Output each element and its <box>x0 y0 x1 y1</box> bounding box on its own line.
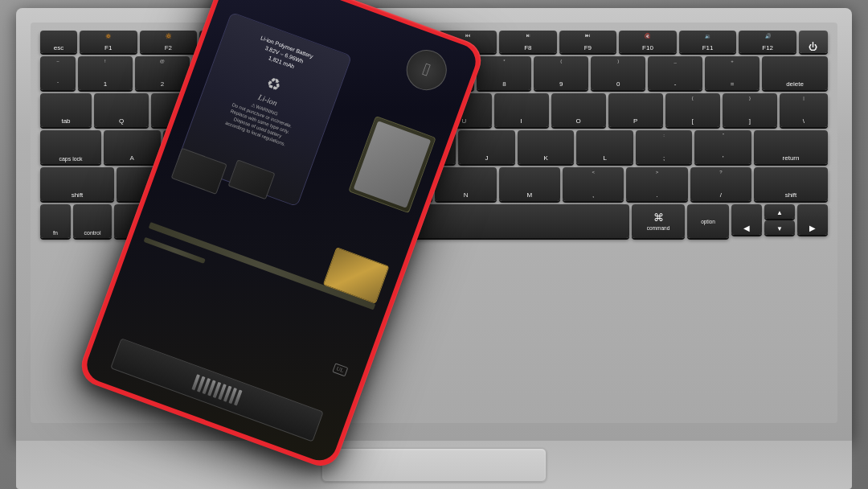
j-key[interactable]: J <box>458 130 515 164</box>
fn-key[interactable]: fn <box>40 204 71 238</box>
key-equals[interactable]: + = <box>705 56 760 90</box>
arrow-down-key[interactable]: ▼ <box>764 220 795 235</box>
option-key[interactable]: option <box>687 204 729 238</box>
l-key[interactable]: L <box>576 130 633 164</box>
f1-key[interactable]: 🔅 F1 <box>80 31 137 53</box>
command-key[interactable]: ⌘ command <box>632 204 685 238</box>
trackpad-area <box>16 441 852 489</box>
battery-warning-text: ⚠ WARNING Do not puncture or incinerate.… <box>224 97 295 148</box>
arrow-left-key[interactable]: ◀ <box>731 204 762 235</box>
main-scene: esc 🔅 F1 🔆 F2 ▦ F3 ⊟ <box>0 0 868 489</box>
a-key[interactable]: A <box>104 130 161 164</box>
comma-key[interactable]: < , <box>563 167 624 201</box>
q-key[interactable]: Q <box>94 93 149 127</box>
f9-key[interactable]: ⏭ F9 <box>559 31 617 53</box>
caps-lock-key[interactable]: caps lock <box>40 130 101 164</box>
key-0[interactable]: ) 0 <box>591 56 645 90</box>
key-1[interactable]: ! 1 <box>78 56 133 90</box>
sim-card-area <box>348 116 436 213</box>
m-key[interactable]: M <box>499 167 560 201</box>
delete-key[interactable]: delete <box>762 56 828 90</box>
bracket-open-key[interactable]: { [ <box>665 93 720 127</box>
arrow-right-key[interactable]: ▶ <box>797 204 828 235</box>
apple-logo-icon:  <box>420 59 433 80</box>
arrow-up-row: ◀ ▲ ▼ ▶ <box>731 204 828 235</box>
trackpad[interactable] <box>321 448 547 482</box>
backslash-key[interactable]: | \ <box>780 93 828 127</box>
i-key[interactable]: I <box>494 93 549 127</box>
control-key[interactable]: control <box>73 204 112 238</box>
right-shift-key[interactable]: shift <box>754 167 828 201</box>
esc-key[interactable]: esc <box>40 31 77 53</box>
bracket-close-key[interactable]: } ] <box>723 93 777 127</box>
arrow-key-group: ◀ ▲ ▼ ▶ <box>731 204 828 238</box>
tab-key[interactable]: tab <box>40 93 92 127</box>
arrow-ud-group: ▲ ▼ <box>764 204 795 235</box>
f8-key[interactable]: ⏯ F8 <box>499 31 557 53</box>
sim-card <box>354 121 432 208</box>
key-9[interactable]: ( 9 <box>534 56 588 90</box>
f2-key[interactable]: 🔆 F2 <box>140 31 198 53</box>
p-key[interactable]: P <box>608 93 663 127</box>
period-key[interactable]: > . <box>626 167 687 201</box>
recycle-icon: ♻ <box>261 72 286 97</box>
f10-key[interactable]: 🔇 F10 <box>619 31 677 53</box>
left-shift-key[interactable]: shift <box>40 167 114 201</box>
tilde-key[interactable]: ~ ` <box>40 56 76 90</box>
arrow-up-key[interactable]: ▲ <box>764 204 795 219</box>
ul-certification: UL <box>332 363 348 376</box>
apple-logo-area:  <box>401 44 452 96</box>
enter-key[interactable]: return <box>754 130 828 164</box>
o-key[interactable]: O <box>551 93 606 127</box>
k-key[interactable]: K <box>518 130 575 164</box>
semicolon-key[interactable]: : ; <box>636 130 693 164</box>
power-key[interactable]: ⏻ <box>799 31 828 53</box>
n-key[interactable]: N <box>435 167 496 201</box>
f12-key[interactable]: 🔊 F12 <box>739 31 796 53</box>
key-8[interactable]: * 8 <box>477 56 531 90</box>
slash-key[interactable]: ? / <box>690 167 751 201</box>
key-minus[interactable]: _ - <box>648 56 702 90</box>
f11-key[interactable]: 🔉 F11 <box>679 31 737 53</box>
key-2[interactable]: @ 2 <box>135 56 190 90</box>
quote-key[interactable]: " ' <box>694 130 751 164</box>
battery-label: Li-ion Polymer Battery 3.82V ⎓ 6.96Wh 1,… <box>254 34 314 75</box>
